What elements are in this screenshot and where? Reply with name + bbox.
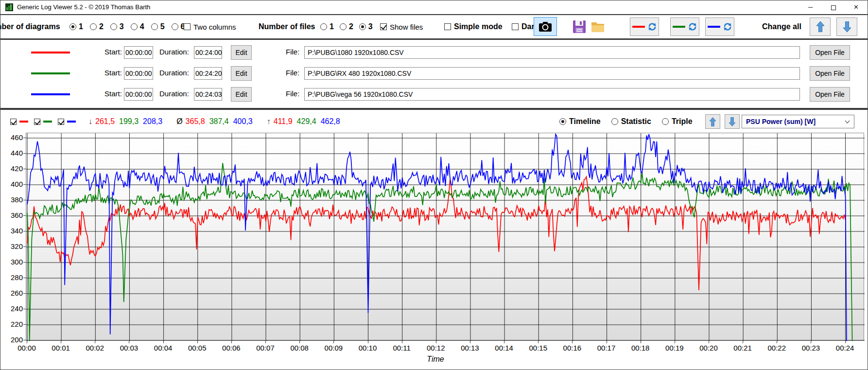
x-tick-label: 00:16 bbox=[558, 344, 586, 352]
screenshot-button[interactable] bbox=[534, 17, 557, 36]
x-tick-label: 00:09 bbox=[320, 344, 347, 352]
duration-input[interactable]: 00:24:00 bbox=[194, 46, 222, 59]
start-input[interactable]: 00:00:00 bbox=[124, 67, 153, 80]
save-icon bbox=[572, 19, 587, 34]
edit-button[interactable]: Edit bbox=[231, 45, 252, 60]
two-columns-checkbox[interactable] bbox=[184, 23, 191, 30]
x-tick-label: 00:10 bbox=[354, 344, 382, 352]
x-tick-label: 00:14 bbox=[490, 344, 518, 352]
minimize-button[interactable]: ─ bbox=[799, 0, 822, 14]
series-toggle-red[interactable] bbox=[10, 119, 17, 125]
x-tick-label: 00:15 bbox=[524, 344, 552, 352]
x-tick-label: 00:02 bbox=[81, 344, 108, 352]
show-files-checkbox[interactable] bbox=[380, 23, 387, 30]
max-value-red: 411,9 bbox=[274, 117, 293, 126]
x-tick-label: 00:00 bbox=[13, 344, 40, 352]
save-button[interactable] bbox=[572, 15, 587, 38]
y-tick-label: 360 bbox=[0, 211, 23, 220]
x-tick-label: 00:08 bbox=[286, 344, 313, 352]
min-value-blue: 208,3 bbox=[143, 117, 162, 126]
diagram-count-radio-6[interactable] bbox=[172, 23, 178, 30]
green-series-dash bbox=[43, 121, 52, 123]
edit-button[interactable]: Edit bbox=[231, 87, 252, 102]
metric-dropdown[interactable]: PSU Power (sum) [W] bbox=[742, 115, 854, 128]
metric-up-button[interactable] bbox=[705, 114, 720, 129]
chart-plot-area[interactable] bbox=[26, 133, 864, 341]
file-panel-separator bbox=[0, 108, 868, 110]
open-folder-button[interactable] bbox=[590, 15, 605, 38]
simple-mode-label: Simple mode bbox=[454, 22, 503, 31]
edit-button[interactable]: Edit bbox=[231, 66, 252, 81]
show-files-group: Show files bbox=[380, 15, 423, 38]
toolbar-separator bbox=[0, 38, 868, 40]
series-color-swatch bbox=[31, 52, 70, 53]
x-tick-label: 00:12 bbox=[422, 344, 450, 352]
series-toggle-blue[interactable] bbox=[58, 119, 64, 125]
x-tick-label: 00:06 bbox=[218, 344, 245, 352]
close-button[interactable]: ✕ bbox=[845, 0, 868, 14]
camera-icon bbox=[539, 22, 552, 32]
open-file-button[interactable]: Open File bbox=[810, 45, 850, 60]
red-series-dash bbox=[632, 26, 645, 28]
average-icon: Ø bbox=[176, 117, 182, 126]
change-all-down-button[interactable] bbox=[836, 18, 857, 36]
y-tick-label: 440 bbox=[0, 149, 23, 158]
change-green-series-button[interactable] bbox=[670, 18, 699, 36]
diagram-count-radio-1[interactable] bbox=[69, 23, 76, 30]
start-input[interactable]: 00:00:00 bbox=[124, 88, 153, 101]
duration-input[interactable]: 00:24:03 bbox=[194, 88, 222, 101]
open-file-button[interactable]: Open File bbox=[810, 87, 850, 102]
y-tick-label: 260 bbox=[0, 289, 23, 298]
two-columns-group: Two columns bbox=[184, 15, 236, 38]
min-value-green: 199,3 bbox=[119, 117, 139, 126]
simple-mode-group: Simple mode bbox=[444, 15, 503, 38]
file-count-radio-1[interactable] bbox=[320, 23, 327, 30]
avg-value-red: 365,8 bbox=[186, 117, 205, 126]
x-tick-label: 00:03 bbox=[115, 344, 142, 352]
dark-mode-checkbox[interactable] bbox=[512, 23, 519, 30]
number-of-files-label: Number of files bbox=[259, 22, 315, 31]
duration-label: Duration: bbox=[159, 89, 189, 98]
file-label: File: bbox=[286, 48, 299, 56]
files-label-group: Number of files bbox=[259, 15, 315, 38]
y-tick-label: 380 bbox=[0, 195, 23, 204]
series-toggle-green[interactable] bbox=[34, 119, 40, 125]
simple-mode-checkbox[interactable] bbox=[444, 23, 451, 30]
timeline-radio[interactable] bbox=[559, 118, 566, 125]
file-row-1: Start: 00:00:00 Duration: 00:24:00 Edit … bbox=[0, 45, 868, 60]
refresh-icon bbox=[688, 22, 697, 31]
diagram-count-radio-3[interactable] bbox=[110, 23, 117, 30]
change-all-group: Change all bbox=[762, 15, 801, 38]
diagram-count-radio-4[interactable] bbox=[131, 23, 138, 30]
maximize-button[interactable] bbox=[822, 0, 845, 14]
diagram-count-radio-2[interactable] bbox=[90, 23, 97, 30]
chart-canvas bbox=[26, 133, 865, 341]
view-mode-controls: Timeline Statistic Triple bbox=[559, 114, 740, 129]
y-tick-label: 460 bbox=[0, 133, 23, 142]
two-columns-label: Two columns bbox=[193, 23, 236, 31]
duration-input[interactable]: 00:24:20 bbox=[194, 67, 222, 80]
open-file-button[interactable]: Open File bbox=[810, 66, 850, 81]
file-count-radio-2[interactable] bbox=[340, 23, 347, 30]
change-all-up-button[interactable] bbox=[810, 18, 831, 36]
diagram-count-radios: 1 2 3 4 5 6 bbox=[69, 15, 185, 38]
file-path-input[interactable]: P:\PUBG\vega 56 1920x1080.CSV bbox=[304, 88, 800, 101]
change-blue-series-button[interactable] bbox=[705, 18, 734, 36]
refresh-icon bbox=[648, 22, 657, 31]
arrow-up-icon bbox=[816, 21, 824, 32]
start-input[interactable]: 00:00:00 bbox=[124, 46, 153, 59]
file-path-input[interactable]: P:\PUBG\1080 1920x1080.CSV bbox=[304, 46, 800, 59]
file-count-radio-3[interactable] bbox=[359, 23, 366, 30]
file-path-input[interactable]: P:\PUBG\RX 480 1920x1080.CSV bbox=[304, 67, 800, 80]
diagram-count-radio-5[interactable] bbox=[151, 23, 158, 30]
statistic-radio[interactable] bbox=[611, 118, 618, 125]
diagrams-label-group: Number of diagrams bbox=[0, 15, 60, 38]
triple-radio[interactable] bbox=[662, 118, 669, 125]
chevron-down-icon bbox=[845, 120, 850, 123]
series-color-swatch bbox=[31, 72, 70, 74]
min-icon: ↓ bbox=[88, 117, 92, 126]
change-red-series-button[interactable] bbox=[630, 18, 659, 36]
x-tick-label: 00:24 bbox=[832, 344, 859, 352]
metric-down-button[interactable] bbox=[725, 114, 740, 129]
toolbar: Number of diagrams 1 2 3 4 5 6 Two colum… bbox=[0, 15, 868, 38]
